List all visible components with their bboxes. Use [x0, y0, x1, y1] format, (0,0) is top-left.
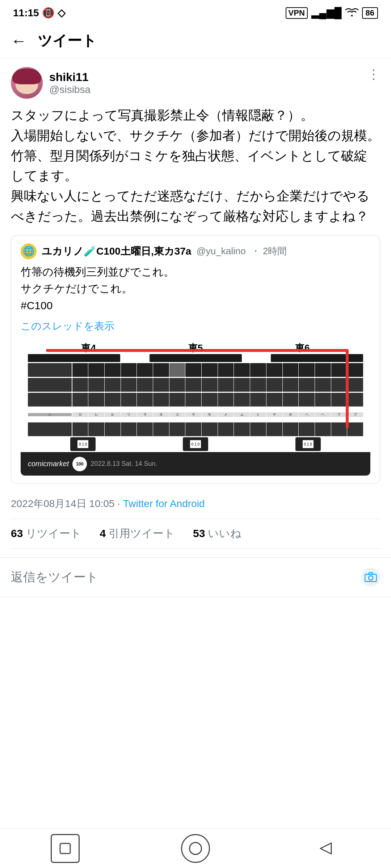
via-separator: ·	[117, 498, 123, 509]
quote-stat[interactable]: 4 引用ツイート	[100, 526, 175, 541]
user-info: shiki11 @sisibsa	[11, 67, 91, 99]
map-bottom-bar: comicmarket 100 2022.8.13 Sat. 14 Sun.	[21, 452, 370, 476]
battery-indicator: 86	[362, 7, 378, 19]
like-label: いいね	[208, 526, 241, 541]
more-options-button[interactable]: ⋮	[367, 67, 380, 82]
retweet-count: 63	[11, 527, 23, 540]
status-right: VPN ▂▄▆█ 86	[286, 7, 378, 19]
map-main-rows: シ ロレルリラヨコヤモメムミマホヘヘフブ	[28, 363, 363, 451]
retweet-label: リツイート	[26, 526, 81, 541]
quoted-user-row: 🌐 ユカリノ🧪C100土曜日,東カ37a @yu_kalino ・ 2時間	[21, 243, 370, 259]
quoted-username: @yu_kalino	[196, 246, 245, 257]
map-grid: シ ロレルリラヨコヤモメムミマホヘヘフブ	[28, 354, 363, 451]
quoted-time: ・ 2時間	[251, 245, 287, 258]
camera-button[interactable]	[361, 568, 380, 587]
like-stat[interactable]: 53 いいね	[193, 526, 241, 541]
home-button[interactable]	[51, 834, 80, 863]
back-button-nav[interactable]	[311, 834, 340, 863]
map-row-5	[28, 422, 363, 436]
map-background: 東4 東5 東6	[21, 338, 370, 476]
recents-button[interactable]	[181, 834, 210, 863]
retweet-stat[interactable]: 63 リツイート	[11, 526, 81, 541]
avatar-image	[11, 67, 43, 99]
hall-east5: 東5	[188, 342, 203, 354]
back-button[interactable]: ←	[11, 32, 27, 50]
page-title: ツイート	[38, 31, 97, 51]
user-row: shiki11 @sisibsa ⋮	[11, 67, 380, 99]
time-display: 11:15	[13, 7, 39, 19]
hall-labels: 東4 東5 東6	[21, 342, 370, 354]
user-names: shiki11 @sisibsa	[49, 71, 91, 95]
map-row-4	[28, 393, 363, 407]
tweet-metadata: 2022年08月14日 10:05 · Twitter for Android	[11, 492, 380, 511]
bottom-nav	[0, 828, 391, 868]
quoted-display-name: ユカリノ🧪C100土曜日,東カ37a	[42, 244, 191, 258]
red-annotation-right	[346, 349, 349, 429]
tweet-text: スタッフによって写真撮影禁止令（情報隠蔽？）。入場開始しないで、サクチケ（参加者…	[11, 105, 380, 226]
tweet-container: shiki11 @sisibsa ⋮ スタッフによって写真撮影禁止令（情報隠蔽？…	[0, 58, 391, 558]
reply-placeholder[interactable]: 返信をツイート	[11, 569, 98, 586]
nav-header: ← ツイート	[0, 24, 391, 58]
status-left: 11:15 📵 ◇	[13, 7, 66, 19]
via-app[interactable]: Twitter for Android	[123, 498, 205, 509]
map-row-2	[28, 363, 363, 377]
hall-east6: 東6	[295, 342, 310, 354]
like-count: 53	[193, 527, 205, 540]
reply-bar: 返信をツイート	[0, 558, 391, 597]
map-row-labels: シ ロレルリラヨコヤモメムミマホヘヘフブ	[28, 408, 363, 421]
wifi-icon	[345, 7, 358, 19]
quote-label: 引用ツイート	[109, 526, 175, 541]
shield-icon: ◇	[58, 7, 66, 19]
signal-bars-icon: ▂▄▆█	[311, 7, 342, 19]
map-image: 東4 東5 東6	[21, 338, 370, 476]
signal-icon: 📵	[42, 7, 55, 19]
avatar[interactable]	[11, 67, 43, 99]
event-date: 2022.8.13 Sat. 14 Sun.	[91, 460, 157, 468]
quoted-avatar: 🌐	[21, 243, 37, 259]
svg-point-1	[369, 576, 373, 580]
map-row-3	[28, 378, 363, 392]
red-annotation-top	[46, 349, 349, 352]
status-bar: 11:15 📵 ◇ VPN ▂▄▆█ 86	[0, 0, 391, 24]
quoted-tweet[interactable]: 🌐 ユカリノ🧪C100土曜日,東カ37a @yu_kalino ・ 2時間 竹箒…	[11, 235, 380, 484]
svg-rect-2	[60, 843, 70, 854]
svg-marker-3	[320, 843, 331, 854]
map-row-bottom-icons: 0 1 0 0 1 0 0 1 0	[28, 437, 363, 451]
thread-link[interactable]: このスレッドを表示	[21, 320, 114, 332]
tweet-date: 2022年08月14日 10:05	[11, 498, 114, 509]
username: @sisibsa	[49, 84, 91, 95]
stats-row: 63 リツイート 4 引用ツイート 53 いいね	[11, 519, 380, 549]
recents-inner-circle	[189, 842, 202, 855]
map-row-1	[28, 354, 363, 362]
quoted-text: 竹箒の待機列三列並びでこれ。サクチケだけでこれ。#C100	[21, 264, 370, 314]
quote-count: 4	[100, 527, 106, 540]
event-name: comicmarket	[28, 460, 69, 468]
vpn-badge: VPN	[286, 7, 308, 19]
hall-east4: 東4	[81, 342, 96, 354]
display-name: shiki11	[49, 71, 91, 84]
